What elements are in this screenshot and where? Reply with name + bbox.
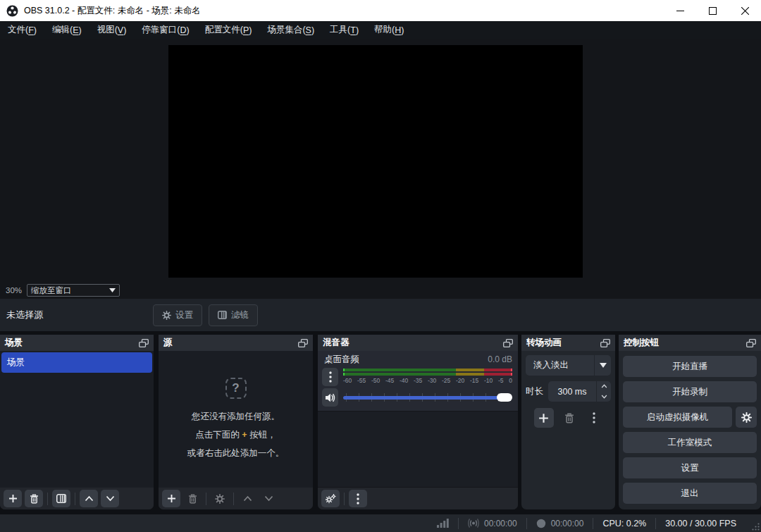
add-scene-button[interactable] bbox=[4, 490, 22, 507]
meter-scale: -60-55-50-45-40-35-30-25-20-15-10-50 bbox=[343, 377, 512, 384]
chevron-down-icon bbox=[109, 288, 116, 292]
scenes-dock-title: 场景 bbox=[5, 337, 23, 349]
controls-dock-header: 控制按钮 bbox=[619, 335, 761, 351]
move-source-down-button[interactable] bbox=[259, 490, 278, 507]
record-time: 00:00:00 bbox=[551, 519, 584, 528]
status-bar: 00:00:00 00:00:00 CPU: 0.2% 30.00 / 30.0… bbox=[0, 514, 761, 532]
start-recording-button[interactable]: 开始录制 bbox=[623, 381, 757, 402]
remove-transition-button[interactable] bbox=[560, 409, 579, 427]
start-streaming-button[interactable]: 开始直播 bbox=[623, 356, 757, 377]
toolbar-separator bbox=[233, 493, 234, 505]
remove-scene-button[interactable] bbox=[25, 490, 43, 507]
scene-list-item[interactable]: 场景 bbox=[1, 352, 152, 373]
add-source-button[interactable] bbox=[162, 490, 180, 507]
dock-popout-icon[interactable] bbox=[600, 339, 610, 347]
move-source-up-button[interactable] bbox=[238, 490, 256, 507]
maximize-button[interactable] bbox=[696, 0, 729, 21]
source-filters-label: 滤镜 bbox=[231, 309, 249, 321]
scenes-dock: 场景 场景 bbox=[0, 335, 154, 509]
toolbar-separator bbox=[75, 493, 75, 505]
dock-popout-icon[interactable] bbox=[139, 339, 149, 347]
preview-canvas[interactable] bbox=[168, 45, 583, 278]
close-button[interactable] bbox=[729, 0, 761, 21]
gear-icon bbox=[162, 311, 171, 320]
slider-handle[interactable] bbox=[497, 393, 512, 402]
menu-item-6[interactable]: 工具(T) bbox=[322, 21, 366, 39]
zoom-percent-label: 30% bbox=[6, 286, 22, 295]
zoom-mode-dropdown[interactable]: 缩放至窗口 bbox=[27, 284, 120, 297]
chevron-down-icon bbox=[106, 495, 115, 502]
source-properties-label: 设置 bbox=[175, 309, 193, 321]
menu-item-1[interactable]: 编辑(E) bbox=[44, 21, 89, 39]
source-filters-button[interactable]: 滤镜 bbox=[209, 304, 258, 326]
gear-icon bbox=[215, 494, 225, 504]
record-timer: 00:00:00 bbox=[527, 519, 593, 528]
record-circle-icon bbox=[536, 519, 546, 528]
meter-tick-label: -55 bbox=[357, 377, 366, 384]
sources-empty-state: ? 您还没有添加任何源。 点击下面的 + 按钮， 或者右击此处添加一个。 bbox=[159, 351, 313, 488]
chevron-down-icon bbox=[600, 363, 607, 368]
source-properties-button[interactable] bbox=[211, 490, 229, 507]
scene-filters-button[interactable] bbox=[52, 490, 70, 507]
zoom-mode-value: 缩放至窗口 bbox=[31, 285, 72, 296]
source-list[interactable]: ? 您还没有添加任何源。 点击下面的 + 按钮， 或者右击此处添加一个。 bbox=[159, 351, 313, 488]
studio-mode-button[interactable]: 工作室模式 bbox=[623, 432, 757, 453]
sources-dock: 源 ? 您还没有添加任何源。 点击下面的 + 按钮， 或者右击此处添加一个。 bbox=[159, 335, 313, 509]
menu-item-2[interactable]: 视图(V) bbox=[89, 21, 135, 39]
minimize-icon bbox=[676, 7, 684, 15]
source-context-bar: 未选择源 设置 滤镜 bbox=[0, 299, 761, 331]
mute-button[interactable] bbox=[322, 388, 338, 407]
source-properties-button[interactable]: 设置 bbox=[153, 304, 202, 326]
menu-bar: 文件(F)编辑(E)视图(V)停靠窗口(D)配置文件(P)场景集合(S)工具(T… bbox=[0, 21, 761, 39]
resize-grip[interactable] bbox=[752, 523, 760, 531]
speaker-icon bbox=[325, 393, 335, 402]
exit-button[interactable]: 退出 bbox=[623, 483, 757, 504]
audio-mixer-dock: 混音器 桌面音频 0.0 dB -60-55-50-45-40-35-30-25… bbox=[318, 335, 518, 509]
audio-options-button[interactable] bbox=[322, 368, 338, 386]
sources-empty-line: 或者右击此处添加一个。 bbox=[187, 446, 285, 461]
duration-spinbox[interactable]: 300 ms bbox=[548, 381, 611, 402]
preview-region: 30% 缩放至窗口 bbox=[0, 39, 761, 299]
menu-item-5[interactable]: 场景集合(S) bbox=[259, 21, 322, 39]
move-scene-down-button[interactable] bbox=[101, 490, 119, 507]
toolbar-separator bbox=[206, 493, 206, 505]
broadcast-icon bbox=[468, 519, 479, 528]
obs-logo-icon bbox=[6, 5, 18, 17]
transition-select[interactable]: 淡入淡出 bbox=[526, 355, 611, 376]
plus-icon bbox=[8, 494, 18, 503]
plus-icon bbox=[167, 494, 176, 503]
virtual-camera-config-button[interactable] bbox=[736, 407, 757, 428]
minimize-button[interactable] bbox=[664, 0, 696, 21]
menu-item-0[interactable]: 文件(F) bbox=[0, 21, 44, 39]
menu-item-3[interactable]: 停靠窗口(D) bbox=[134, 21, 197, 39]
trash-icon bbox=[188, 494, 197, 504]
settings-button[interactable]: 设置 bbox=[623, 457, 757, 478]
dock-popout-icon[interactable] bbox=[503, 339, 513, 347]
meter-tick-label: -45 bbox=[385, 377, 394, 384]
meter-tick-label: -40 bbox=[400, 377, 408, 384]
remove-source-button[interactable] bbox=[183, 490, 202, 507]
move-scene-up-button[interactable] bbox=[80, 490, 98, 507]
cpu-usage: CPU: 0.2% bbox=[593, 519, 655, 528]
meter-tick-label: -35 bbox=[414, 377, 422, 384]
network-status bbox=[428, 519, 458, 528]
filter-icon bbox=[218, 311, 227, 319]
sources-dock-header: 源 bbox=[159, 335, 313, 351]
dock-popout-icon[interactable] bbox=[298, 339, 308, 347]
add-transition-button[interactable] bbox=[534, 408, 554, 428]
trash-icon bbox=[30, 494, 39, 504]
advanced-audio-button[interactable] bbox=[321, 490, 340, 507]
menu-item-7[interactable]: 帮助(H) bbox=[366, 21, 412, 39]
volume-slider[interactable] bbox=[343, 388, 512, 407]
menu-item-4[interactable]: 配置文件(P) bbox=[197, 21, 260, 39]
transition-menu-button[interactable] bbox=[585, 409, 603, 427]
start-virtual-camera-button[interactable]: 启动虚拟摄像机 bbox=[623, 407, 732, 428]
title-bar: OBS 31.0.2 - 配置文件: 未命名 - 场景: 未命名 bbox=[0, 0, 761, 21]
duration-increment-button[interactable] bbox=[597, 381, 611, 392]
mixer-menu-button[interactable] bbox=[349, 490, 367, 507]
sources-empty-line: 您还没有添加任何源。 bbox=[192, 409, 280, 424]
dock-popout-icon[interactable] bbox=[746, 339, 756, 347]
duration-decrement-button[interactable] bbox=[597, 392, 611, 402]
audio-source-name: 桌面音频 bbox=[324, 354, 359, 366]
gear-icon bbox=[741, 412, 752, 423]
